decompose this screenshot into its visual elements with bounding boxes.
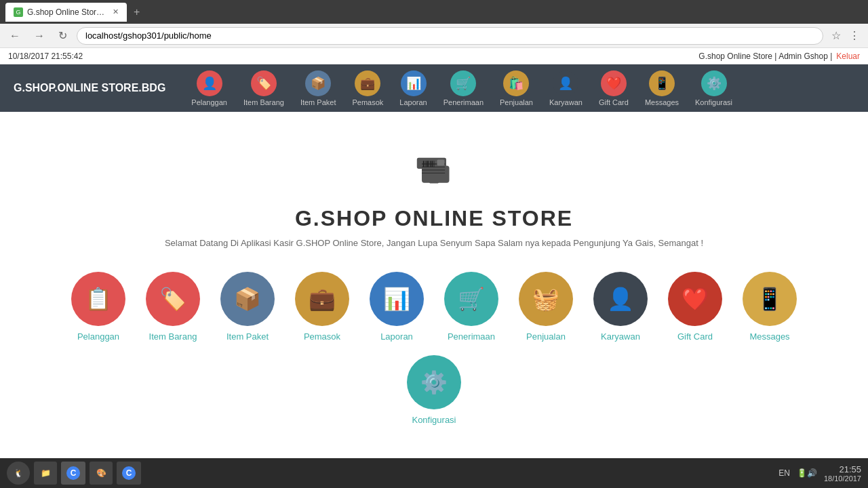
browser-tab[interactable]: G G.shop Online Store | 3.0... ✕ <box>5 3 127 22</box>
main-icon-circle-karyawan: 👤 <box>593 272 648 326</box>
main-icon-item-gift-card[interactable]: ❤️ Gift Card <box>665 272 726 342</box>
nav-item-penerimaan[interactable]: 🛒 Penerimaan <box>438 68 489 109</box>
hero-scanner-icon <box>403 132 465 196</box>
main-icon-item-penerimaan[interactable]: 🛒 Penerimaan <box>441 272 502 342</box>
taskbar-paint-button[interactable]: 🎨 <box>90 462 113 485</box>
nav-label-karyawan: Karyawan <box>549 98 583 106</box>
logout-link[interactable]: Keluar <box>836 52 860 61</box>
main-icon-label-penjualan: Penjualan <box>526 331 566 342</box>
main-icon-label-laporan: Laporan <box>380 331 413 342</box>
main-icon-item-messages[interactable]: 📱 Messages <box>739 272 800 342</box>
main-icon-circle-pelanggan: 📋 <box>71 272 125 326</box>
taskbar-lang: EN <box>778 468 790 478</box>
nav-item-messages[interactable]: 📱 Messages <box>639 68 684 109</box>
main-icon-label-pelanggan: Pelanggan <box>77 331 119 342</box>
tab-title: G.shop Online Store | 3.0... <box>27 7 108 17</box>
nav-icon-laporan: 📊 <box>401 70 427 96</box>
address-bar[interactable] <box>77 27 823 45</box>
nav-label-item-barang: Item Barang <box>243 98 284 106</box>
taskbar-time: 21:55 <box>824 464 861 474</box>
nav-label-pelanggan: Pelanggan <box>191 98 227 106</box>
taskbar-right: EN 🔋🔊 21:55 18/10/2017 <box>778 464 861 483</box>
nav-icon-messages: 📱 <box>649 70 675 96</box>
taskbar-clock: 21:55 18/10/2017 <box>824 464 861 483</box>
nav-label-pemasok: Pemasok <box>352 98 383 106</box>
nav-label-messages: Messages <box>645 98 679 106</box>
browser-chrome: G G.shop Online Store | 3.0... ✕ + <box>0 0 868 24</box>
nav-item-pemasok[interactable]: 💼 Pemasok <box>347 68 389 109</box>
nav-icon-karyawan: 👤 <box>553 70 578 96</box>
nav-icon-item-barang: 🏷️ <box>251 70 277 96</box>
new-tab-button[interactable]: + <box>131 3 142 21</box>
app-nav: G.SHOP.ONLINE STORE.BDG 👤 Pelanggan 🏷️ I… <box>0 64 868 112</box>
main-icon-label-messages: Messages <box>749 331 789 342</box>
bookmark-icon: ☆ <box>829 26 844 45</box>
taskbar-browser-button[interactable]: C <box>61 462 85 485</box>
svg-rect-2 <box>429 170 439 184</box>
refresh-button[interactable]: ↻ <box>54 26 71 45</box>
nav-icon-pemasok: 💼 <box>355 70 380 96</box>
taskbar: 🐧 📁 C 🎨 C EN 🔋🔊 21:55 18/10/2017 <box>0 458 868 488</box>
taskbar-date: 18/10/2017 <box>824 474 861 483</box>
main-icon-label-pemasok: Pemasok <box>304 331 340 342</box>
nav-item-item-barang[interactable]: 🏷️ Item Barang <box>238 68 290 109</box>
main-icon-item-konfigurasi[interactable]: ⚙️ Konfigurasi <box>403 355 465 425</box>
taskbar-sys-icons: 🔋🔊 <box>797 468 817 478</box>
main-icon-circle-gift-card: ❤️ <box>668 272 722 326</box>
main-icon-label-penerimaan: Penerimaan <box>448 331 495 342</box>
nav-icon-penerimaan: 🛒 <box>450 70 476 96</box>
main-icon-item-item-barang[interactable]: 🏷️ Item Barang <box>142 272 203 342</box>
start-button[interactable]: 🐧 <box>7 462 30 485</box>
nav-icon-item-paket: 📦 <box>305 70 331 96</box>
nav-item-konfigurasi[interactable]: ⚙️ Konfigurasi <box>690 68 738 109</box>
nav-icon-gift-card: ❤️ <box>601 70 627 96</box>
info-bar: 10/18/2017 21:55:42 G.shop Online Store … <box>0 48 868 64</box>
nav-items: 👤 Pelanggan 🏷️ Item Barang 📦 Item Paket … <box>186 68 738 109</box>
svg-rect-7 <box>437 160 445 166</box>
nav-icon-penjualan: 🛍️ <box>503 70 529 96</box>
main-icon-item-laporan[interactable]: 📊 Laporan <box>366 272 427 342</box>
main-icon-label-karyawan: Karyawan <box>601 331 640 342</box>
main-icon-item-pelanggan[interactable]: 📋 Pelanggan <box>68 272 129 342</box>
main-icon-item-karyawan[interactable]: 👤 Karyawan <box>590 272 651 342</box>
nav-item-penjualan[interactable]: 🛍️ Penjualan <box>494 68 538 109</box>
main-icon-label-item-paket: Item Paket <box>226 331 269 342</box>
main-icon-circle-item-paket: 📦 <box>220 272 275 326</box>
main-icon-item-pemasok[interactable]: 💼 Pemasok <box>292 272 353 342</box>
main-icon-circle-penerimaan: 🛒 <box>444 272 498 326</box>
nav-label-gift-card: Gift Card <box>599 98 629 106</box>
nav-label-penjualan: Penjualan <box>500 98 533 106</box>
nav-label-penerimaan: Penerimaan <box>443 98 484 106</box>
nav-icon-pelanggan: 👤 <box>197 70 222 96</box>
store-subtitle: Selamat Datang Di Aplikasi Kasir G.SHOP … <box>14 238 854 248</box>
main-icon-label-konfigurasi: Konfigurasi <box>412 415 456 425</box>
store-title: G.SHOP ONLINE STORE <box>14 206 854 231</box>
nav-label-item-paket: Item Paket <box>300 98 336 106</box>
back-button[interactable]: ← <box>5 27 24 45</box>
user-info-bar: G.shop Online Store | Admin Gshop | Kelu… <box>698 52 860 61</box>
nav-item-gift-card[interactable]: ❤️ Gift Card <box>593 68 634 109</box>
nav-item-laporan[interactable]: 📊 Laporan <box>394 68 432 109</box>
nav-label-konfigurasi: Konfigurasi <box>695 98 732 106</box>
main-icon-item-penjualan[interactable]: 🧺 Penjualan <box>515 272 576 342</box>
forward-button[interactable]: → <box>30 27 49 45</box>
nav-item-karyawan[interactable]: 👤 Karyawan <box>544 68 588 109</box>
main-icon-label-gift-card: Gift Card <box>677 331 713 342</box>
browser-toolbar: ← → ↻ ☆ ⋮ <box>0 24 868 48</box>
icon-grid: 📋 Pelanggan 🏷️ Item Barang 📦 Item Paket … <box>14 272 854 425</box>
main-icon-circle-konfigurasi: ⚙️ <box>407 355 461 409</box>
taskbar-files-button[interactable]: 📁 <box>34 462 57 485</box>
main-icon-circle-messages: 📱 <box>743 272 797 326</box>
main-icon-circle-laporan: 📊 <box>370 272 424 326</box>
main-icon-circle-pemasok: 💼 <box>295 272 349 326</box>
nav-item-item-paket[interactable]: 📦 Item Paket <box>295 68 342 109</box>
menu-icon[interactable]: ⋮ <box>846 26 863 45</box>
timestamp: 10/18/2017 21:55:42 <box>8 52 83 61</box>
taskbar-chrome2-button[interactable]: C <box>117 462 141 485</box>
main-content: G.SHOP ONLINE STORE Selamat Datang Di Ap… <box>0 112 868 445</box>
nav-item-pelanggan[interactable]: 👤 Pelanggan <box>186 68 233 109</box>
main-icon-item-item-paket[interactable]: 📦 Item Paket <box>217 272 278 342</box>
tab-close-icon[interactable]: ✕ <box>113 7 119 16</box>
main-icon-circle-penjualan: 🧺 <box>519 272 573 326</box>
main-icon-circle-item-barang: 🏷️ <box>146 272 200 326</box>
